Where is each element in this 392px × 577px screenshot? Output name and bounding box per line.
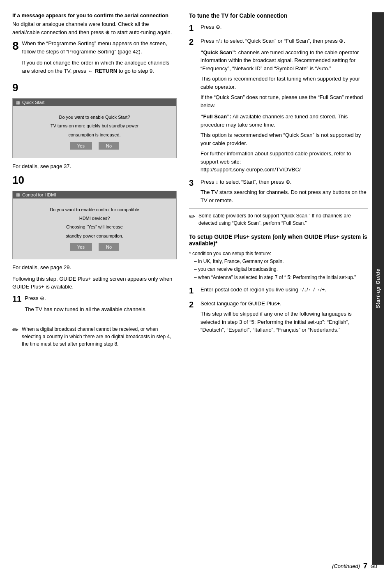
screen2-line3: Choosing “Yes” will increase — [17, 224, 172, 230]
condition-item-1: – you can receive digital broadcasting. — [194, 265, 368, 273]
step8-number: 8 — [12, 39, 19, 53]
step11-text: Press ⊕. — [25, 294, 147, 302]
screen1-icon: ▩ — [16, 100, 20, 105]
full-scan-note2: For further information about supported … — [201, 150, 368, 166]
screen1-line3: consumption is increased. — [17, 132, 172, 138]
page-number: 7 — [363, 562, 367, 570]
step3-main-text: Press ↓ to select “Start”, then press ⊕. — [201, 178, 368, 186]
screen1-buttons: Yes No — [17, 142, 172, 150]
screen2-title: Control for HDMI — [22, 192, 56, 197]
screen2-line1: Do you want to enable control for compat… — [17, 207, 172, 213]
full-scan-url-wrapper: http://support.sony-europe.com/TV/DVBC/ — [201, 166, 368, 174]
right-step3: 3 Press ↓ to select “Start”, then press … — [189, 178, 368, 205]
condition-list: * condition you can setup this feature: … — [189, 250, 368, 282]
screen1-line2: TV turns on more quickly but standby pow… — [17, 123, 172, 129]
right-step1-content: Press ⊕. — [201, 23, 368, 31]
screen2-body: Do you want to enable control for compat… — [13, 198, 176, 259]
gp-step2-num: 2 — [189, 300, 196, 309]
condition-asterisk: * condition you can setup this feature: — [189, 250, 368, 258]
step10-note1: For details, see page 29. — [12, 263, 177, 272]
quick-scan-block: “Quick Scan”: channels are tuned accordi… — [201, 48, 368, 73]
step8-text: When the “Programme Sorting” menu appear… — [22, 39, 177, 55]
screen1-line1: Do you want to enable Quick Start? — [17, 114, 172, 120]
right-step1: 1 Press ⊕. — [189, 23, 368, 33]
step11-sub: The TV has now tuned in all the availabl… — [25, 305, 147, 314]
screen2-yes-button[interactable]: Yes — [70, 243, 92, 251]
right-step3-content: Press ↓ to select “Start”, then press ⊕.… — [201, 178, 368, 205]
right-step2: 2 Press ↑/↓ to select “Quick Scan” or “F… — [189, 37, 368, 174]
pencil-icon-right: ✏ — [189, 212, 195, 221]
full-scan-label: “Full Scan”: — [201, 113, 231, 120]
side-tab: Start-up Guide — [372, 12, 384, 565]
screen2-titlebar: ▩ Control for HDMI — [13, 191, 176, 198]
condition-item-0: – in UK, Italy, France, Germany or Spain… — [194, 258, 368, 265]
pencil-icon-left: ✏ — [12, 325, 18, 335]
full-scan-block: “Full Scan”: All available channels are … — [201, 113, 368, 129]
screen2-line2: HDMI devices? — [17, 215, 172, 222]
right-step2-num: 2 — [189, 37, 196, 47]
gp-step2: 2 Select language for GUIDE Plus+. This … — [189, 300, 368, 334]
tv-screen-1: ▩ Quick Start Do you want to enable Quic… — [12, 98, 177, 158]
step10-number: 10 — [12, 174, 177, 187]
quick-scan-note2: If the “Quick Scan” does not tune, pleas… — [201, 93, 368, 109]
right-column: To tune the TV for Cable connection 1 Pr… — [185, 12, 372, 565]
screen1-yes-button[interactable]: Yes — [70, 142, 92, 150]
quick-scan-label: “Quick Scan”: — [201, 49, 237, 55]
screen2-icon: ▩ — [16, 192, 20, 197]
full-scan-url[interactable]: http://support.sony-europe.com/TV/DVBC/ — [201, 166, 301, 173]
gp-step2-content: Select language for GUIDE Plus+. This st… — [201, 300, 368, 334]
page-suffix: GB — [371, 564, 377, 569]
guide-plus-heading: To setup GUIDE Plus+ system (only when G… — [189, 233, 368, 247]
right-note-text: Some cable providers do not support “Qui… — [198, 212, 368, 227]
gp-step1-num: 1 — [189, 286, 196, 295]
gp-step1-content: Enter postal code of region you live usi… — [201, 286, 368, 294]
step10-note2: Following this step, GUIDE Plus+ setting… — [12, 275, 177, 291]
step9-number: 9 — [12, 81, 177, 94]
main-content: If a message appears for you to confirm … — [0, 8, 392, 569]
right-heading: To tune the TV for Cable connection — [189, 12, 368, 19]
side-tab-text: Start-up Guide — [375, 268, 381, 308]
screen2-buttons: Yes No — [17, 243, 172, 251]
step2-main-text: Press ↑/↓ to select “Quick Scan” or “Ful… — [201, 37, 368, 45]
left-note-section: ✏ When a digital broadcast channel canno… — [12, 322, 177, 348]
screen1-no-button[interactable]: No — [99, 142, 119, 150]
step11-number: 11 — [12, 294, 21, 304]
left-note-text: When a digital broadcast channel cannot … — [22, 325, 177, 348]
screen1-titlebar: ▩ Quick Start — [13, 99, 176, 106]
right-note-section: ✏ Some cable providers do not support “Q… — [189, 208, 368, 227]
screen1-title: Quick Start — [22, 100, 44, 105]
gp-step2-main: Select language for GUIDE Plus+. — [201, 300, 368, 308]
screen1-body: Do you want to enable Quick Start? TV tu… — [13, 106, 176, 158]
step8-sub: If you do not change the order in which … — [22, 59, 177, 75]
step3-sub-text: The TV starts searching for channels. Do… — [201, 188, 368, 204]
right-step2-content: Press ↑/↓ to select “Quick Scan” or “Ful… — [201, 37, 368, 174]
page-footer: (Continued) 7 GB — [332, 562, 377, 570]
screen2-no-button[interactable]: No — [99, 243, 119, 251]
full-scan-note1: This option is recommended when “Quick S… — [201, 131, 368, 147]
right-step1-num: 1 — [189, 23, 196, 33]
intro-text: No digital or analogue channels were fou… — [12, 20, 177, 36]
tv-screen-2: ▩ Control for HDMI Do you want to enable… — [12, 191, 177, 260]
gp-step2-sub: This step will be skipped if any one of … — [201, 310, 368, 334]
return-arrow-icon: ← — [88, 68, 93, 74]
screen2-line4: standby power consumption. — [17, 233, 172, 239]
right-step3-num: 3 — [189, 178, 196, 188]
page-container: If a message appears for you to confirm … — [0, 0, 392, 577]
left-heading: If a message appears for you to confirm … — [12, 12, 177, 18]
left-column: If a message appears for you to confirm … — [8, 12, 185, 565]
condition-item-2: – when “Antenna” is selected in step 7 o… — [194, 274, 368, 282]
guide-plus-section: To setup GUIDE Plus+ system (only when G… — [189, 233, 368, 334]
step9-note: For details, see page 37. — [12, 162, 177, 171]
continued-text: (Continued) — [332, 563, 360, 569]
quick-scan-note1: This option is recommended for fast tuni… — [201, 75, 368, 91]
gp-step1: 1 Enter postal code of region you live u… — [189, 286, 368, 295]
